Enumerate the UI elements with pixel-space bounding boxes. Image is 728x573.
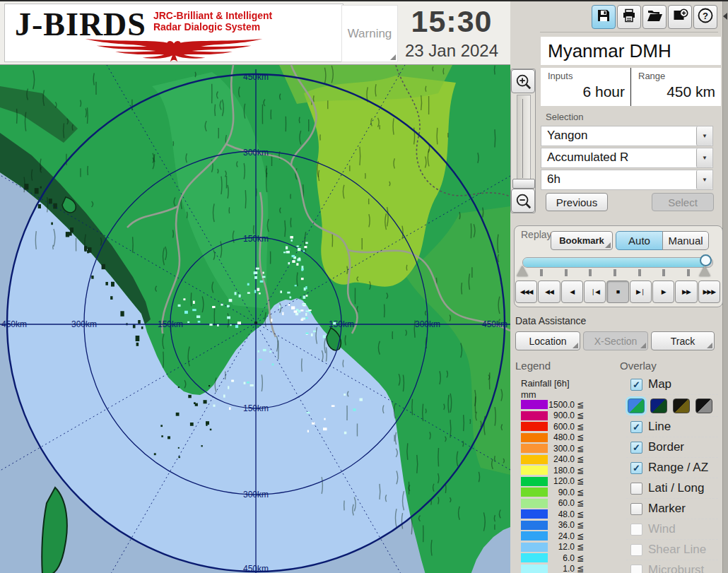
zoom-out-button[interactable] — [511, 189, 535, 213]
overlay-item-map[interactable]: ✓Map — [626, 374, 718, 395]
play-button[interactable]: ▶ — [652, 280, 674, 303]
legend-value: 48.0 — [548, 509, 575, 519]
replay-tick-marks — [540, 269, 690, 276]
range-ring-label: 300km — [243, 148, 269, 158]
collapse-left-arrow-icon[interactable] — [723, 13, 727, 20]
map-style-swatch-4[interactable] — [695, 398, 712, 413]
fast-rewind-button[interactable]: ◀◀ — [538, 280, 560, 303]
legend-row: 480.0≦ — [521, 432, 592, 444]
tick-mark — [565, 269, 568, 276]
overlay-item-microburst: Microburst — [626, 560, 718, 573]
overlay-item-marker[interactable]: Marker — [626, 499, 718, 519]
station-name: Myanmar DMH — [541, 40, 671, 62]
legend-row: 300.0≦ — [521, 443, 592, 454]
chevron-down-icon[interactable]: ▼ — [696, 148, 712, 167]
overlay-item-border[interactable]: ✓Border — [626, 437, 718, 458]
print-button[interactable] — [617, 5, 641, 29]
tick-mark — [613, 269, 616, 276]
period-dropdown[interactable]: 6h ▼ — [541, 170, 713, 190]
inputs-value: 6 hour — [548, 83, 625, 100]
legend-color-swatch — [521, 553, 548, 562]
clock-date: 23 Jan 2024 — [393, 40, 510, 62]
eagle-icon — [11, 38, 337, 62]
chevron-down-icon[interactable]: ▼ — [696, 126, 712, 146]
clock: 15:30 23 Jan 2024 — [393, 3, 510, 64]
map-style-swatches — [626, 395, 718, 417]
replay-label: Replay — [521, 229, 552, 240]
overlay-section-label: Overlay — [620, 360, 657, 372]
less-equal-icon: ≦ — [577, 498, 584, 508]
range-ring-label: 450km — [243, 72, 269, 82]
chevron-down-icon[interactable]: ▼ — [696, 170, 712, 189]
warning-button[interactable]: Warning — [341, 5, 398, 62]
checkbox-border[interactable]: ✓ — [630, 442, 642, 454]
checkbox-microburst[interactable] — [630, 565, 642, 573]
floppy-disk-icon — [595, 7, 612, 27]
overlay-item-lati-long[interactable]: Lati / Long — [626, 478, 718, 499]
step-forward-button[interactable]: ▶❘ — [630, 280, 652, 303]
less-equal-icon: ≦ — [577, 531, 584, 541]
checkbox-wind[interactable] — [630, 524, 642, 536]
tick-mark — [662, 269, 665, 276]
save-button[interactable] — [592, 5, 616, 29]
checkbox-shear-line[interactable] — [630, 544, 642, 556]
legend-color-swatch — [521, 444, 548, 453]
replay-auto-button[interactable]: Auto — [616, 231, 663, 250]
legend-value: 90.0 — [548, 488, 575, 497]
replay-end-marker[interactable] — [699, 266, 710, 276]
legend-section-label: Legend — [515, 360, 551, 372]
track-button[interactable]: Track — [651, 331, 715, 350]
map-style-swatch-2[interactable] — [650, 398, 667, 413]
legend-value: 900.0 — [548, 410, 575, 420]
selection-label: Selection — [546, 112, 583, 122]
jump-start-button[interactable]: ◀◀◀ — [515, 280, 537, 303]
replay-progress-thumb[interactable] — [700, 254, 712, 266]
zoom-in-button[interactable] — [511, 69, 535, 93]
replay-manual-button[interactable]: Manual — [662, 231, 709, 250]
legend-row: 240.0≦ — [521, 454, 592, 466]
bookmark-button[interactable]: Bookmark — [551, 231, 613, 250]
replay-start-marker[interactable] — [517, 266, 528, 276]
legend-row: 12.0≦ — [521, 542, 592, 553]
checkbox-lati-long[interactable] — [630, 483, 642, 495]
zoom-slider-thumb[interactable] — [512, 179, 535, 189]
overlay-item-range-az[interactable]: ✓Range / AZ — [626, 458, 718, 478]
product-dropdown[interactable]: Accumulated R ▼ — [541, 148, 713, 168]
map-style-swatch-1[interactable] — [628, 398, 645, 413]
checkbox-range-az[interactable]: ✓ — [630, 462, 642, 474]
panel-collapse-strip[interactable] — [722, 1, 728, 573]
step-back-button[interactable]: ❘◀ — [584, 280, 606, 303]
location-button[interactable]: Location — [515, 331, 580, 350]
open-button[interactable] — [642, 5, 667, 29]
overlay-item-line[interactable]: ✓Line — [626, 417, 718, 437]
range-ring-label: 150km — [243, 403, 269, 413]
capture-button[interactable] — [668, 5, 692, 29]
checkbox-line[interactable]: ✓ — [630, 421, 642, 433]
legend-value: 240.0 — [548, 454, 575, 464]
inputs-label: Inputs — [548, 71, 625, 81]
stop-button[interactable]: ■ — [606, 280, 628, 303]
checkbox-map[interactable]: ✓ — [630, 379, 642, 391]
play-backward-button[interactable]: ◀ — [561, 280, 583, 303]
station-title: Myanmar DMH — [541, 37, 721, 65]
legend-value: 120.0 — [548, 476, 575, 486]
fast-forward-button[interactable]: ▶▶ — [675, 280, 697, 303]
overlay-item-wind: Wind — [626, 519, 718, 540]
legend-row: 1.0≦ — [521, 564, 592, 573]
legend-row: 600.0≦ — [521, 421, 592, 432]
less-equal-icon: ≦ — [577, 466, 584, 475]
map-style-swatch-3[interactable] — [673, 398, 690, 413]
zoom-slider[interactable] — [517, 95, 531, 188]
replay-progress-track[interactable] — [522, 257, 713, 268]
radar-map[interactable]: 150km150km150km150km300km300km300km300km… — [0, 65, 510, 573]
previous-button[interactable]: Previous — [546, 193, 608, 211]
site-dropdown[interactable]: Yangon ▼ — [541, 126, 713, 146]
select-button[interactable]: Select — [652, 193, 714, 211]
range-ring-label: 450km — [243, 564, 269, 573]
jump-end-button[interactable]: ▶▶▶ — [698, 280, 720, 303]
help-button[interactable]: ? — [693, 5, 717, 29]
legend-value: 1.0 — [548, 564, 575, 573]
legend-row: 60.0≦ — [521, 498, 592, 509]
checkbox-marker[interactable] — [630, 503, 642, 515]
x-section-button[interactable]: X-Section — [583, 331, 648, 350]
